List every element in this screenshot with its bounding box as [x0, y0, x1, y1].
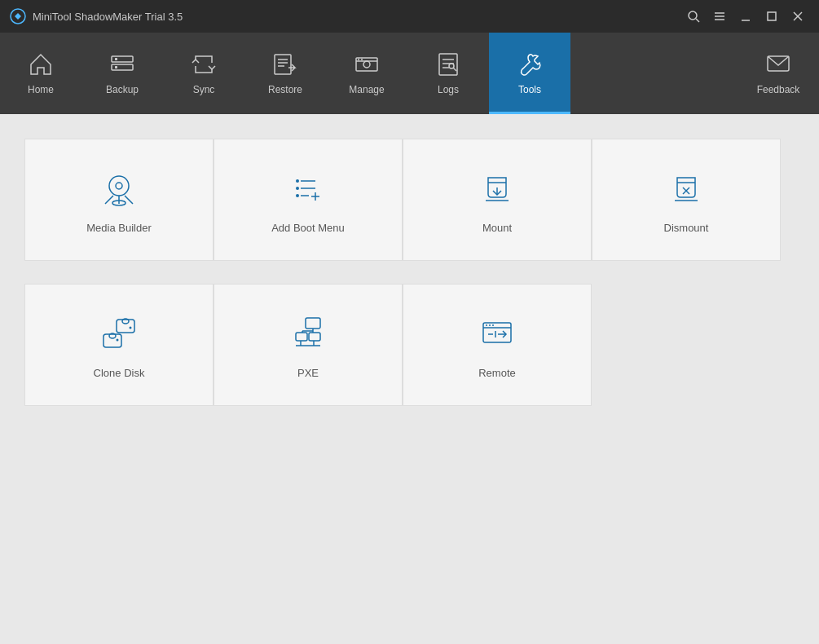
- nav-item-feedback[interactable]: Feedback: [738, 33, 819, 114]
- nav-item-home[interactable]: Home: [0, 33, 81, 114]
- pxe-label: PXE: [297, 367, 319, 379]
- svg-rect-14: [275, 55, 291, 74]
- svg-rect-11: [112, 64, 133, 70]
- minimize-button[interactable]: [734, 7, 757, 26]
- mount-card[interactable]: Mount: [403, 139, 592, 261]
- clone-disk-label: Clone Disk: [94, 367, 145, 379]
- media-builder-icon: [97, 166, 141, 210]
- svg-rect-54: [306, 318, 320, 329]
- nav-item-tools[interactable]: Tools: [489, 33, 570, 114]
- nav-item-sync[interactable]: Sync: [163, 33, 244, 114]
- svg-point-31: [116, 183, 122, 189]
- dismount-icon: [664, 166, 708, 210]
- svg-rect-7: [768, 12, 776, 20]
- nav-item-restore[interactable]: Restore: [244, 33, 326, 114]
- add-boot-menu-card[interactable]: Add Boot Menu: [214, 139, 403, 261]
- svg-rect-12: [115, 58, 117, 60]
- title-bar-left: MiniTool ShadowMaker Trial 3.5: [10, 8, 183, 24]
- svg-point-1: [689, 11, 697, 20]
- svg-rect-51: [117, 320, 134, 333]
- svg-rect-63: [483, 323, 511, 342]
- svg-point-34: [296, 179, 299, 183]
- svg-rect-56: [309, 333, 320, 341]
- tools-row-1: Media Builder Add Boot Menu: [24, 139, 795, 261]
- mount-label: Mount: [482, 222, 512, 234]
- app-title: MiniTool ShadowMaker Trial 3.5: [33, 11, 183, 23]
- svg-line-2: [696, 19, 699, 22]
- maximize-button[interactable]: [760, 7, 783, 26]
- nav-item-backup[interactable]: Backup: [81, 33, 163, 114]
- close-button[interactable]: [786, 7, 809, 26]
- remote-card[interactable]: Remote: [403, 284, 592, 406]
- tools-row-2: Clone Disk PXE: [24, 284, 795, 406]
- app-logo-icon: [10, 8, 26, 24]
- svg-rect-23: [439, 54, 457, 75]
- nav-item-logs[interactable]: Logs: [407, 33, 489, 114]
- title-bar-controls: [682, 7, 809, 26]
- pxe-icon: [286, 311, 330, 355]
- search-button[interactable]: [682, 7, 705, 26]
- title-bar: MiniTool ShadowMaker Trial 3.5: [0, 0, 819, 33]
- svg-point-50: [117, 338, 119, 341]
- nav-item-manage[interactable]: Manage: [326, 33, 407, 114]
- pxe-card[interactable]: PXE: [214, 284, 403, 406]
- svg-point-36: [296, 187, 299, 190]
- svg-rect-55: [296, 333, 307, 341]
- svg-point-30: [109, 176, 129, 196]
- clone-disk-icon: [97, 311, 141, 355]
- media-builder-card[interactable]: Media Builder: [24, 139, 214, 261]
- clone-disk-card[interactable]: Clone Disk: [24, 284, 214, 406]
- dismount-card[interactable]: Dismount: [592, 139, 781, 261]
- svg-point-21: [358, 59, 359, 60]
- svg-point-53: [130, 326, 132, 329]
- svg-rect-48: [103, 334, 121, 347]
- dismount-label: Dismount: [664, 222, 709, 234]
- menu-button[interactable]: [708, 7, 731, 26]
- svg-point-22: [361, 59, 363, 60]
- svg-point-28: [449, 64, 454, 68]
- add-boot-menu-label: Add Boot Menu: [271, 222, 345, 234]
- remote-label: Remote: [478, 367, 516, 379]
- remote-icon: [475, 311, 519, 355]
- main-content: Media Builder Add Boot Menu: [0, 114, 819, 644]
- svg-point-38: [296, 194, 299, 197]
- add-boot-menu-icon: [286, 166, 330, 210]
- svg-rect-10: [112, 56, 133, 62]
- mount-icon: [475, 166, 519, 210]
- svg-rect-13: [115, 66, 117, 68]
- svg-point-19: [363, 61, 370, 68]
- media-builder-label: Media Builder: [86, 222, 152, 234]
- nav-bar: Home Backup Sync Restore: [0, 33, 819, 114]
